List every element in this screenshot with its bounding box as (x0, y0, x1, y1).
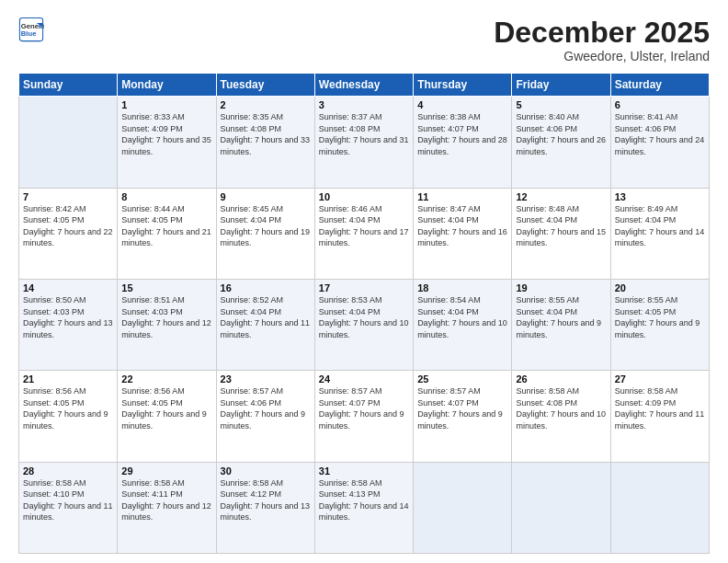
day-number: 10 (319, 191, 409, 202)
week-row-4: 28Sunrise: 8:58 AMSunset: 4:10 PMDayligh… (19, 462, 710, 553)
calendar-cell: 14Sunrise: 8:50 AMSunset: 4:03 PMDayligh… (19, 279, 118, 370)
day-info: Sunrise: 8:49 AMSunset: 4:04 PMDaylight:… (615, 203, 705, 249)
day-info: Sunrise: 8:35 AMSunset: 4:08 PMDaylight:… (221, 111, 311, 157)
day-info: Sunrise: 8:58 AMSunset: 4:09 PMDaylight:… (615, 385, 705, 431)
calendar-cell: 25Sunrise: 8:57 AMSunset: 4:07 PMDayligh… (414, 371, 512, 462)
header-wednesday: Wednesday (314, 74, 413, 97)
header-monday: Monday (118, 74, 216, 97)
day-number: 12 (516, 191, 606, 202)
calendar-cell: 17Sunrise: 8:53 AMSunset: 4:04 PMDayligh… (314, 279, 413, 370)
calendar-cell: 26Sunrise: 8:58 AMSunset: 4:08 PMDayligh… (512, 371, 610, 462)
day-number: 4 (417, 99, 507, 110)
day-number: 8 (121, 191, 211, 202)
day-info: Sunrise: 8:58 AMSunset: 4:10 PMDaylight:… (23, 477, 113, 523)
day-number: 30 (221, 465, 311, 477)
day-number: 6 (615, 99, 705, 110)
day-number: 3 (319, 99, 409, 110)
day-number: 28 (23, 465, 113, 477)
logo-icon: General Blue (18, 17, 44, 42)
page: General Blue General Blue December 2025 … (0, 0, 728, 563)
svg-text:Blue: Blue (21, 29, 37, 38)
day-info: Sunrise: 8:58 AMSunset: 4:12 PMDaylight:… (221, 477, 311, 523)
calendar-cell: 11Sunrise: 8:47 AMSunset: 4:04 PMDayligh… (414, 188, 512, 279)
week-row-2: 14Sunrise: 8:50 AMSunset: 4:03 PMDayligh… (19, 279, 710, 370)
calendar-table: SundayMondayTuesdayWednesdayThursdayFrid… (18, 73, 710, 554)
day-info: Sunrise: 8:45 AMSunset: 4:04 PMDaylight:… (221, 203, 311, 249)
week-row-3: 21Sunrise: 8:56 AMSunset: 4:05 PMDayligh… (19, 371, 710, 462)
day-info: Sunrise: 8:51 AMSunset: 4:03 PMDaylight:… (121, 294, 211, 340)
day-info: Sunrise: 8:56 AMSunset: 4:05 PMDaylight:… (23, 385, 113, 431)
day-info: Sunrise: 8:58 AMSunset: 4:11 PMDaylight:… (121, 477, 211, 523)
calendar-cell: 16Sunrise: 8:52 AMSunset: 4:04 PMDayligh… (216, 279, 314, 370)
calendar-cell: 27Sunrise: 8:58 AMSunset: 4:09 PMDayligh… (610, 371, 709, 462)
day-info: Sunrise: 8:48 AMSunset: 4:04 PMDaylight:… (516, 203, 606, 249)
day-info: Sunrise: 8:58 AMSunset: 4:08 PMDaylight:… (516, 385, 606, 431)
calendar-cell: 31Sunrise: 8:58 AMSunset: 4:13 PMDayligh… (314, 462, 413, 553)
calendar-cell (19, 97, 118, 188)
calendar-cell: 23Sunrise: 8:57 AMSunset: 4:06 PMDayligh… (216, 371, 314, 462)
day-number: 18 (417, 282, 507, 293)
calendar-cell: 29Sunrise: 8:58 AMSunset: 4:11 PMDayligh… (118, 462, 216, 553)
calendar-cell: 21Sunrise: 8:56 AMSunset: 4:05 PMDayligh… (19, 371, 118, 462)
day-info: Sunrise: 8:50 AMSunset: 4:03 PMDaylight:… (23, 294, 113, 340)
day-info: Sunrise: 8:57 AMSunset: 4:07 PMDaylight:… (319, 385, 409, 431)
day-info: Sunrise: 8:44 AMSunset: 4:05 PMDaylight:… (121, 203, 211, 249)
day-info: Sunrise: 8:55 AMSunset: 4:04 PMDaylight:… (516, 294, 606, 340)
calendar-cell: 24Sunrise: 8:57 AMSunset: 4:07 PMDayligh… (314, 371, 413, 462)
day-info: Sunrise: 8:41 AMSunset: 4:06 PMDaylight:… (615, 111, 705, 157)
calendar-cell: 1Sunrise: 8:33 AMSunset: 4:09 PMDaylight… (118, 97, 216, 188)
calendar-cell: 10Sunrise: 8:46 AMSunset: 4:04 PMDayligh… (314, 188, 413, 279)
week-row-0: 1Sunrise: 8:33 AMSunset: 4:09 PMDaylight… (19, 97, 710, 188)
day-info: Sunrise: 8:37 AMSunset: 4:08 PMDaylight:… (319, 111, 409, 157)
calendar-cell (610, 462, 709, 553)
day-number: 27 (615, 373, 705, 385)
calendar-cell (512, 462, 610, 553)
day-info: Sunrise: 8:57 AMSunset: 4:06 PMDaylight:… (221, 385, 311, 431)
calendar-cell (414, 462, 512, 553)
header-friday: Friday (512, 74, 610, 97)
day-number: 26 (516, 373, 606, 385)
calendar-cell: 6Sunrise: 8:41 AMSunset: 4:06 PMDaylight… (610, 97, 709, 188)
day-info: Sunrise: 8:56 AMSunset: 4:05 PMDaylight:… (121, 385, 211, 431)
day-number: 16 (221, 282, 311, 293)
day-number: 31 (319, 465, 409, 477)
day-number: 7 (23, 191, 113, 202)
day-number: 20 (615, 282, 705, 293)
day-number: 13 (615, 191, 705, 202)
header-tuesday: Tuesday (216, 74, 314, 97)
day-number: 17 (319, 282, 409, 293)
calendar-cell: 15Sunrise: 8:51 AMSunset: 4:03 PMDayligh… (118, 279, 216, 370)
logo: General Blue General Blue (18, 17, 44, 42)
day-number: 19 (516, 282, 606, 293)
header: General Blue General Blue December 2025 … (18, 17, 710, 63)
day-number: 9 (221, 191, 311, 202)
calendar-cell: 20Sunrise: 8:55 AMSunset: 4:05 PMDayligh… (610, 279, 709, 370)
calendar-cell: 22Sunrise: 8:56 AMSunset: 4:05 PMDayligh… (118, 371, 216, 462)
day-number: 5 (516, 99, 606, 110)
calendar-cell: 8Sunrise: 8:44 AMSunset: 4:05 PMDaylight… (118, 188, 216, 279)
day-number: 1 (121, 99, 211, 110)
calendar-cell: 28Sunrise: 8:58 AMSunset: 4:10 PMDayligh… (19, 462, 118, 553)
calendar-cell: 2Sunrise: 8:35 AMSunset: 4:08 PMDaylight… (216, 97, 314, 188)
day-number: 29 (121, 465, 211, 477)
day-number: 25 (417, 373, 507, 385)
calendar-cell: 19Sunrise: 8:55 AMSunset: 4:04 PMDayligh… (512, 279, 610, 370)
calendar-cell: 9Sunrise: 8:45 AMSunset: 4:04 PMDaylight… (216, 188, 314, 279)
day-info: Sunrise: 8:42 AMSunset: 4:05 PMDaylight:… (23, 203, 113, 249)
calendar-cell: 13Sunrise: 8:49 AMSunset: 4:04 PMDayligh… (610, 188, 709, 279)
calendar-cell: 4Sunrise: 8:38 AMSunset: 4:07 PMDaylight… (414, 97, 512, 188)
day-info: Sunrise: 8:58 AMSunset: 4:13 PMDaylight:… (319, 477, 409, 523)
day-number: 2 (221, 99, 311, 110)
calendar-cell: 7Sunrise: 8:42 AMSunset: 4:05 PMDaylight… (19, 188, 118, 279)
day-info: Sunrise: 8:40 AMSunset: 4:06 PMDaylight:… (516, 111, 606, 157)
day-number: 11 (417, 191, 507, 202)
day-info: Sunrise: 8:53 AMSunset: 4:04 PMDaylight:… (319, 294, 409, 340)
calendar-cell: 18Sunrise: 8:54 AMSunset: 4:04 PMDayligh… (414, 279, 512, 370)
calendar-cell: 3Sunrise: 8:37 AMSunset: 4:08 PMDaylight… (314, 97, 413, 188)
day-number: 14 (23, 282, 113, 293)
day-info: Sunrise: 8:47 AMSunset: 4:04 PMDaylight:… (417, 203, 507, 249)
header-sunday: Sunday (19, 74, 118, 97)
day-number: 22 (121, 373, 211, 385)
day-number: 15 (121, 282, 211, 293)
calendar-cell: 5Sunrise: 8:40 AMSunset: 4:06 PMDaylight… (512, 97, 610, 188)
